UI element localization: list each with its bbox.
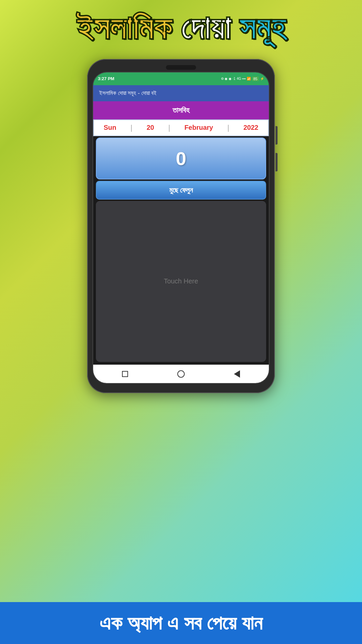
charging-icon: ⚡ xyxy=(260,77,264,80)
date-day: Sun xyxy=(104,124,116,131)
app-bar: ইসলামিক দোয়া সমূহ - দোয়া বই xyxy=(93,85,269,101)
date-number: 20 xyxy=(146,124,154,131)
bottom-banner: এক অ্যাপ এ সব পেয়ে যান xyxy=(0,602,362,644)
back-button[interactable] xyxy=(232,369,242,379)
recents-icon xyxy=(122,371,128,377)
date-year: 2022 xyxy=(243,124,258,131)
navigation-bar xyxy=(93,365,269,383)
reset-button[interactable]: মুছে ফেলুন xyxy=(96,181,266,200)
date-divider3: | xyxy=(227,123,229,132)
date-month: February xyxy=(184,124,213,131)
status-icons: ⚙ ◉ ◉ ·1 4G ▪▪▪ 📶 85 ⚡ xyxy=(221,76,264,81)
date-divider1: | xyxy=(130,123,132,132)
touch-hint: Touch Here xyxy=(164,277,198,285)
touch-area[interactable]: Touch Here xyxy=(96,201,266,362)
phone-screen: 3:27 PM ⚙ ◉ ◉ ·1 4G ▪▪▪ 📶 85 ⚡ ইসলামিক দ… xyxy=(93,72,269,384)
home-icon xyxy=(177,370,185,378)
counter-display: 0 xyxy=(96,138,266,179)
tasbih-label: তাসবিহ xyxy=(173,106,189,114)
app-bar-title: ইসলামিক দোয়া সমূহ - দোয়া বই xyxy=(99,90,157,96)
date-bar: Sun | 20 | February | 2022 xyxy=(93,119,269,136)
app-title: ইসলামিক দোয়া সমূহ xyxy=(0,0,362,52)
notch xyxy=(166,65,196,70)
bottom-banner-text: এক অ্যাপ এ সব পেয়ে যান xyxy=(100,612,263,634)
status-time: 3:27 PM xyxy=(98,76,114,81)
status-bar: 3:27 PM ⚙ ◉ ◉ ·1 4G ▪▪▪ 📶 85 ⚡ xyxy=(93,72,269,85)
back-icon xyxy=(234,370,240,378)
tasbih-section[interactable]: তাসবিহ xyxy=(93,101,269,119)
signal-icon: 4G ▪▪▪ 📶 xyxy=(237,77,251,80)
status-misc-icons: ⚙ ◉ ◉ ·1 xyxy=(221,77,236,80)
phone-mockup: 3:27 PM ⚙ ◉ ◉ ·1 4G ▪▪▪ 📶 85 ⚡ ইসলামিক দ… xyxy=(87,59,275,393)
title-word1: ইসলামিক xyxy=(77,10,172,46)
home-button[interactable] xyxy=(176,369,186,379)
reset-label: মুছে ফেলুন xyxy=(169,186,193,194)
power-button xyxy=(276,153,278,171)
volume-button xyxy=(276,126,278,145)
recents-button[interactable] xyxy=(120,369,130,379)
title-word2: দোয়া xyxy=(181,10,231,46)
date-divider2: | xyxy=(168,123,170,132)
counter-value: 0 xyxy=(176,148,186,169)
battery-icon: 85 xyxy=(252,76,259,81)
title-word3: সমূহ xyxy=(239,10,285,46)
